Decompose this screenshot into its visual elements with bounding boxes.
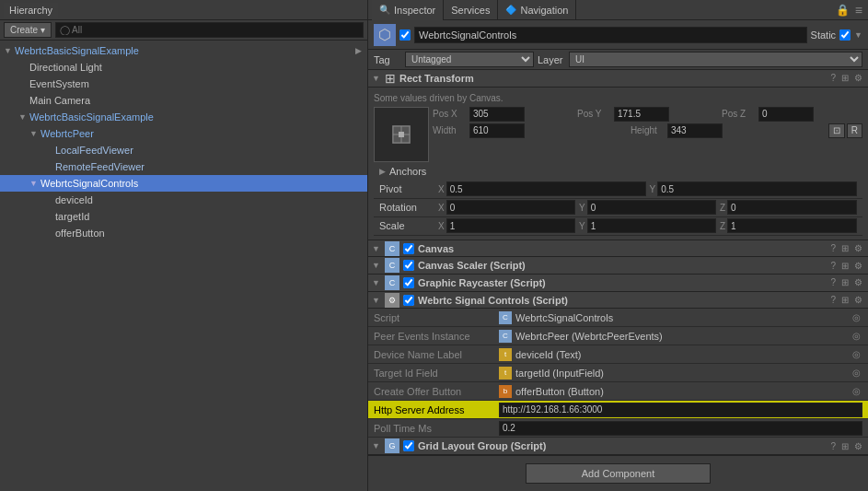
grid-info-btn[interactable]: ? (828, 441, 838, 451)
scaler-grid-btn[interactable]: ⊞ (839, 261, 851, 271)
pos-z-group: Pos Z (722, 107, 862, 122)
hierarchy-item-webrtc-basic[interactable]: ▼ WebrtcBasicSignalExample ▶ (0, 42, 367, 59)
anchor-box[interactable] (374, 107, 429, 162)
tab-services[interactable]: Services (444, 0, 498, 20)
anchors-row[interactable]: ▶ Anchors (374, 162, 862, 181)
hierarchy-item-webrtc-peer[interactable]: ▼ WebrtcPeer (0, 125, 367, 142)
script-icon: C (499, 311, 512, 324)
lock-icon[interactable]: 🔒 (832, 4, 853, 17)
tab-inspector-label: Inspector (394, 5, 435, 16)
scale-y-input[interactable] (587, 218, 716, 233)
hierarchy-item-main-camera[interactable]: Main Camera (0, 92, 367, 109)
hierarchy-item-target-id[interactable]: targetId (0, 208, 367, 225)
scaler-info-btn[interactable]: ? (828, 261, 838, 271)
tag-select[interactable]: Untagged (405, 52, 534, 67)
hierarchy-item-directional-light[interactable]: Directional Light (0, 59, 367, 76)
canvas-gear-btn[interactable]: ⚙ (852, 243, 864, 253)
hierarchy-item-webrtc-basic2[interactable]: ▼ WebrtcBasicSignalExample (0, 109, 367, 125)
menu-icon[interactable]: ≡ (853, 3, 864, 18)
hierarchy-item-event-system[interactable]: EventSystem (0, 76, 367, 92)
canvas-component-icon: C (385, 241, 399, 256)
graphic-raycaster-header[interactable]: ▼ C Graphic Raycaster (Script) ? ⊞ ⚙ (368, 275, 868, 292)
object-name-input[interactable] (414, 27, 807, 43)
section-arrow-icon: ▼ (372, 74, 381, 83)
webrtc-grid-btn[interactable]: ⊞ (839, 295, 851, 305)
rot-x-label: X (438, 203, 445, 213)
rot-x-input[interactable] (446, 200, 575, 215)
hierarchy-item-local-feed[interactable]: LocalFeedViewer (0, 142, 367, 158)
hierarchy-tab[interactable]: Hierarchy (4, 3, 58, 18)
r-reset-btn[interactable]: R (847, 123, 862, 138)
hierarchy-item-remote-feed[interactable]: RemoteFeedViewer (0, 158, 367, 175)
canvas-arrow-icon: ▼ (372, 244, 381, 253)
canvas-section-header[interactable]: ▼ C Canvas ? ⊞ ⚙ (368, 240, 868, 258)
webrtc-signal-header[interactable]: ▼ ⚙ Webrtc Signal Controls (Script) ? ⊞ … (368, 292, 868, 310)
hierarchy-content: ▼ WebrtcBasicSignalExample ▶ Directional… (0, 41, 367, 491)
rot-y-input[interactable] (587, 200, 716, 215)
static-checkbox[interactable] (839, 29, 851, 41)
grid-grid-btn[interactable]: ⊞ (839, 441, 851, 451)
device-name-text: deviceId (Text) (515, 349, 582, 360)
pivot-y-input[interactable] (657, 181, 857, 196)
graphic-checkbox[interactable] (403, 277, 414, 288)
rect-gear-btn[interactable]: ⚙ (852, 73, 864, 83)
canvas-info-btn[interactable]: ? (828, 243, 838, 253)
create-button[interactable]: Create ▾ (4, 22, 52, 38)
pos-z-input[interactable] (758, 107, 814, 122)
tab-navigation[interactable]: 🔷 Navigation (498, 0, 576, 20)
graphic-gear-btn[interactable]: ⚙ (852, 277, 864, 287)
active-checkbox[interactable] (399, 29, 411, 41)
add-component-button[interactable]: Add Component (526, 463, 712, 484)
field-row-poll-time: Poll Time Ms (368, 419, 868, 438)
canvas-enabled-checkbox[interactable] (403, 243, 414, 254)
canvas-scaler-checkbox[interactable] (403, 260, 414, 271)
webrtc-signal-checkbox[interactable] (403, 295, 414, 306)
hierarchy-label: Main Camera (29, 95, 90, 106)
device-name-icon: t (499, 348, 512, 361)
create-offer-picker-btn[interactable]: ◎ (851, 386, 862, 396)
hierarchy-item-signal-controls[interactable]: ▼ WebrtcSignalControls (0, 175, 367, 192)
scale-x-input[interactable] (446, 218, 575, 233)
webrtc-gear-btn[interactable]: ⚙ (852, 295, 864, 305)
anchors-arrow-icon: ▶ (379, 167, 386, 176)
webrtc-info-btn[interactable]: ? (828, 295, 838, 305)
script-picker-btn[interactable]: ◎ (851, 312, 862, 322)
http-server-input[interactable] (499, 403, 862, 417)
static-dropdown-icon[interactable]: ▼ (854, 30, 862, 40)
width-input[interactable] (469, 123, 525, 138)
peer-events-picker-btn[interactable]: ◎ (851, 331, 862, 341)
scale-z-input[interactable] (727, 218, 857, 233)
graphic-title: Graphic Raycaster (Script) (418, 277, 825, 288)
grid-gear-btn[interactable]: ⚙ (852, 441, 864, 451)
pos-y-input[interactable] (614, 107, 669, 122)
grid-layout-header[interactable]: ▼ G Grid Layout Group (Script) ? ⊞ ⚙ (368, 438, 868, 455)
graphic-grid-btn[interactable]: ⊞ (839, 277, 851, 287)
scale-x-group: X (438, 218, 575, 233)
layer-select[interactable]: UI (569, 52, 862, 67)
target-id-picker-btn[interactable]: ◎ (851, 368, 862, 378)
static-text: Static (811, 29, 837, 41)
tab-inspector[interactable]: 🔍 Inspector (372, 0, 444, 20)
pivot-row: Pivot X Y (374, 181, 862, 199)
hierarchy-item-device-id[interactable]: deviceId (0, 192, 367, 208)
height-input[interactable] (667, 123, 723, 138)
device-name-picker-btn[interactable]: ◎ (851, 349, 862, 359)
scaler-gear-btn[interactable]: ⚙ (852, 261, 864, 271)
rect-transform-section-header[interactable]: ▼ ⊞ Rect Transform ? ⊞ ⚙ (368, 70, 868, 88)
pivot-x-input[interactable] (446, 181, 646, 196)
pos-x-input[interactable] (469, 107, 525, 122)
rect-grid-btn[interactable]: ⊞ (839, 73, 851, 83)
field-row-http-server: Http Server Address (368, 401, 868, 419)
canvas-scaler-header[interactable]: ▼ C Canvas Scaler (Script) ? ⊞ ⚙ (368, 257, 868, 275)
grid-layout-checkbox[interactable] (403, 440, 414, 451)
target-id-icon: t (499, 367, 512, 380)
rect-info-btn[interactable]: ? (828, 73, 838, 83)
blueprint-btn[interactable]: ⊡ (828, 123, 845, 138)
rot-z-input[interactable] (727, 200, 857, 215)
hierarchy-label: WebrtcPeer (41, 128, 94, 139)
graphic-info-btn[interactable]: ? (828, 277, 838, 287)
canvas-grid-btn[interactable]: ⊞ (839, 243, 851, 253)
search-input[interactable] (55, 22, 364, 38)
poll-time-input[interactable] (499, 421, 862, 436)
hierarchy-item-offer-button[interactable]: offerButton (0, 225, 367, 241)
